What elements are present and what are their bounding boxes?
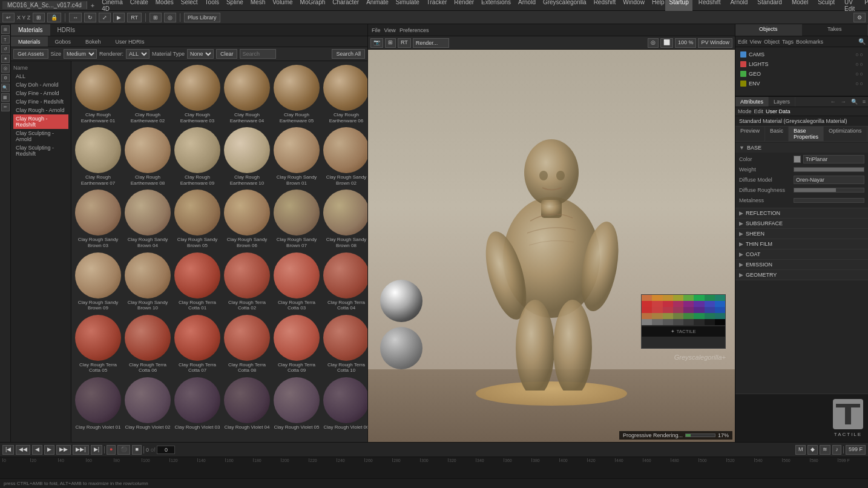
mat-item-21[interactable]: Clay Rough Terra Cotta 02 xyxy=(223,251,271,312)
mat-item-0[interactable]: Clay Rough Earthenware 01 xyxy=(74,64,122,125)
mat-item-1[interactable]: Clay Rough Earthenware 02 xyxy=(123,64,172,125)
toolbar-snap[interactable]: ⊞ xyxy=(33,13,45,22)
attr-tab-layers[interactable]: Layers xyxy=(769,97,795,107)
mat-item-8[interactable]: Clay Rough Earthenware 09 xyxy=(173,126,222,187)
subtab-user-hdris[interactable]: User HDRIs xyxy=(108,36,152,47)
vp-render-region[interactable]: ⬜ xyxy=(660,38,673,48)
color-cell-27[interactable] xyxy=(673,313,683,319)
mat-item-16[interactable]: Clay Rough Sandy Brown 07 xyxy=(272,188,321,249)
vp-menu-file[interactable]: File xyxy=(372,27,381,33)
obj-lock-icon-lights[interactable]: ○ xyxy=(860,61,863,67)
attr-weight-slider[interactable] xyxy=(794,167,864,172)
obj-menu-object[interactable]: Object xyxy=(764,39,780,45)
tab-objects[interactable]: Objects xyxy=(735,24,802,36)
color-cell-31[interactable] xyxy=(715,313,725,319)
sidebar-item-clay-rough-arnold[interactable]: Clay Rough - Arnold xyxy=(13,106,68,114)
search-input[interactable] xyxy=(240,49,276,59)
vp-pvwindow[interactable]: PV Window xyxy=(698,38,732,48)
mat-item-3[interactable]: Clay Rough Earthenware 04 xyxy=(223,64,271,125)
toolbar-obj[interactable]: ◎ xyxy=(164,13,176,22)
left-icon-5[interactable]: ◎ xyxy=(1,64,10,73)
material-type-select[interactable]: None xyxy=(187,49,214,59)
vp-sphere[interactable]: ◎ xyxy=(648,38,659,48)
mat-item-20[interactable]: Clay Rough Terra Cotta 01 xyxy=(173,251,222,312)
section-geometry-header[interactable]: ▶ GEOMETRY xyxy=(735,270,868,280)
obj-lock-icon-geo[interactable]: ○ xyxy=(860,71,863,77)
menu-mograph[interactable]: MoGraph xyxy=(299,0,327,12)
tl-prev-frame[interactable]: ◀◀ xyxy=(16,445,30,455)
menu-select[interactable]: Select xyxy=(180,0,199,12)
menu-render[interactable]: Render xyxy=(453,0,475,12)
obj-row-lights[interactable]: LIGHTS ○ ○ xyxy=(738,59,866,69)
mat-item-25[interactable]: Clay Rough Terra Cotta 06 xyxy=(123,314,172,375)
color-cell-24[interactable] xyxy=(642,313,652,319)
left-icon-6[interactable]: ⚙ xyxy=(1,74,10,82)
tl-record[interactable]: ● xyxy=(107,445,116,455)
attr-filter-icon[interactable]: ≡ xyxy=(860,97,868,107)
color-cell-0[interactable] xyxy=(642,295,652,301)
color-cell-18[interactable] xyxy=(663,307,673,313)
viewport-canvas[interactable]: ✦ TACTILE Greyscalegorilla+ Progressive … xyxy=(368,50,735,442)
toolbar-grid[interactable]: ⊞ xyxy=(150,13,162,22)
color-cell-1[interactable] xyxy=(652,295,662,301)
left-icon-9[interactable]: ✏ xyxy=(1,103,10,111)
menu-window[interactable]: Window xyxy=(622,0,646,12)
color-cell-10[interactable] xyxy=(663,301,673,307)
menu-spline[interactable]: Spline xyxy=(225,0,245,12)
toolbar-plus-library[interactable]: Plus Library xyxy=(184,13,220,22)
tl-goto-start[interactable]: |◀ xyxy=(2,445,14,455)
size-select[interactable]: Medium xyxy=(64,49,97,59)
toolbar-rotate[interactable]: ↻ xyxy=(84,13,96,22)
left-icon-7[interactable]: 🔍 xyxy=(1,84,10,92)
menu-tools[interactable]: Tools xyxy=(204,0,220,12)
tab-hdris[interactable]: HDRIs xyxy=(50,24,82,36)
subtab-gobos[interactable]: Gobos xyxy=(48,36,79,47)
color-cell-3[interactable] xyxy=(673,295,683,301)
obj-menu-tags[interactable]: Tags xyxy=(782,39,794,45)
toolbar-scale[interactable]: ⤢ xyxy=(99,13,111,22)
color-cell-23[interactable] xyxy=(715,307,725,313)
mat-item-15[interactable]: Clay Rough Sandy Brown 06 xyxy=(223,188,271,249)
sidebar-item-clay-rough-redshift[interactable]: Clay Rough - Redshift xyxy=(13,114,68,129)
mat-item-26[interactable]: Clay Rough Terra Cotta 07 xyxy=(173,314,222,375)
color-cell-6[interactable] xyxy=(705,295,715,301)
preview-tab-basic[interactable]: Basic xyxy=(765,127,789,141)
section-subsurface-header[interactable]: ▶ SUBSURFACE xyxy=(735,219,868,228)
mat-item-27[interactable]: Clay Rough Terra Cotta 08 xyxy=(223,314,271,375)
tl-audio[interactable]: ♪ xyxy=(832,445,841,455)
mat-item-11[interactable]: Clay Rough Sandy Brown 02 xyxy=(322,126,367,187)
toolbar-render-small[interactable]: ▶ xyxy=(113,13,125,22)
mat-item-14[interactable]: Clay Rough Sandy Brown 05 xyxy=(173,188,222,249)
left-icon-4[interactable]: ★ xyxy=(1,54,10,63)
sidebar-item-clay-fine-arnold[interactable]: Clay Fine - Arnold xyxy=(13,89,68,97)
section-base-header[interactable]: ▼ BASE xyxy=(735,143,868,153)
search-all-btn[interactable]: Search All xyxy=(332,49,365,59)
obj-lock-icon-cams[interactable]: ○ xyxy=(860,51,863,58)
color-cell-39[interactable] xyxy=(715,319,725,325)
menu-animate[interactable]: Animate xyxy=(365,0,390,12)
attr-color-swatch[interactable] xyxy=(794,156,801,163)
color-cell-17[interactable] xyxy=(652,307,662,313)
mat-item-23[interactable]: Clay Rough Terra Cotta 04 xyxy=(322,251,367,312)
tl-play[interactable]: ▶ xyxy=(44,445,54,455)
obj-menu-view[interactable]: View xyxy=(750,39,761,45)
mat-item-10[interactable]: Clay Rough Sandy Brown 01 xyxy=(272,126,321,187)
mat-item-22[interactable]: Clay Rough Terra Cotta 03 xyxy=(272,251,321,312)
menu-simulate[interactable]: Simulate xyxy=(395,0,421,12)
menu-modes[interactable]: Modes xyxy=(154,0,175,12)
mat-item-12[interactable]: Clay Rough Sandy Brown 03 xyxy=(74,188,122,249)
menu-redshift[interactable]: Redshift xyxy=(593,0,617,12)
color-cell-25[interactable] xyxy=(652,313,662,319)
toolbar-settings[interactable]: ⚙ xyxy=(853,13,866,22)
color-cell-22[interactable] xyxy=(705,307,715,313)
color-cell-34[interactable] xyxy=(663,319,673,325)
color-cell-37[interactable] xyxy=(694,319,704,325)
left-icon-2[interactable]: T xyxy=(1,35,10,44)
file-tab[interactable]: MC016_KA_Sc..._v017.c4d xyxy=(2,1,87,9)
preview-tab-preview[interactable]: Preview xyxy=(735,127,765,141)
tl-prev-key[interactable]: ◀ xyxy=(32,445,42,455)
menu-character[interactable]: Character xyxy=(331,0,360,12)
frame-display[interactable]: 0 xyxy=(157,446,175,454)
obj-row-cams[interactable]: CAMS ○ ○ xyxy=(738,50,866,59)
menu-extensions[interactable]: Extensions xyxy=(480,0,512,12)
